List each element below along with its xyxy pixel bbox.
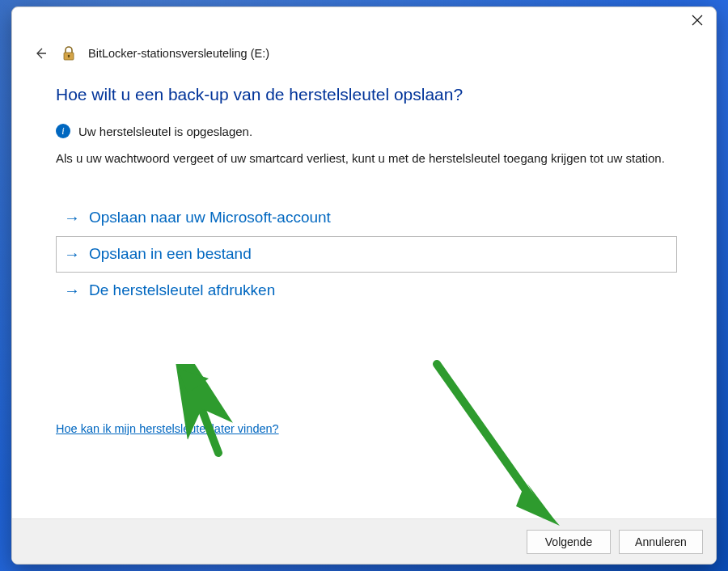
option-label: Opslaan naar uw Microsoft-account <box>89 209 331 226</box>
page-heading: Hoe wilt u een back-up van de herstelsle… <box>56 85 677 104</box>
option-label: De herstelsleutel afdrukken <box>89 281 275 299</box>
option-save-microsoft-account[interactable]: → Opslaan naar uw Microsoft-account <box>56 200 677 236</box>
back-button[interactable] <box>32 44 49 62</box>
arrow-right-icon: → <box>63 209 81 227</box>
dialog-footer: Volgende Annuleren <box>12 518 716 564</box>
bitlocker-dialog: BitLocker-stationsversleuteling (E:) Hoe… <box>11 6 717 565</box>
titlebar <box>12 7 716 40</box>
next-button[interactable]: Volgende <box>527 530 611 554</box>
svg-rect-5 <box>68 56 69 57</box>
dialog-title: BitLocker-stationsversleuteling (E:) <box>88 47 269 60</box>
header-row: BitLocker-stationsversleuteling (E:) <box>12 40 716 62</box>
arrow-right-icon: → <box>63 245 81 264</box>
info-text: Uw herstelsleutel is opgeslagen. <box>78 125 252 138</box>
backup-options-list: → Opslaan naar uw Microsoft-account → Op… <box>56 200 677 309</box>
option-label: Opslaan in een bestand <box>89 245 252 263</box>
option-print-key[interactable]: → De herstelsleutel afdrukken <box>56 273 677 309</box>
content-area: Hoe wilt u een back-up van de herstelsle… <box>12 62 716 518</box>
cancel-button[interactable]: Annuleren <box>619 530 703 554</box>
help-link[interactable]: Hoe kan ik mijn herstelsleutel later vin… <box>56 422 279 435</box>
description-text: Als u uw wachtwoord vergeet of uw smartc… <box>56 150 677 167</box>
info-icon: i <box>56 124 70 138</box>
back-arrow-icon <box>34 47 47 60</box>
close-button[interactable] <box>679 7 716 33</box>
option-save-to-file[interactable]: → Opslaan in een bestand <box>56 236 677 273</box>
info-row: i Uw herstelsleutel is opgeslagen. <box>56 124 677 138</box>
close-icon <box>692 15 703 26</box>
bitlocker-icon <box>61 45 77 61</box>
arrow-right-icon: → <box>63 281 81 300</box>
